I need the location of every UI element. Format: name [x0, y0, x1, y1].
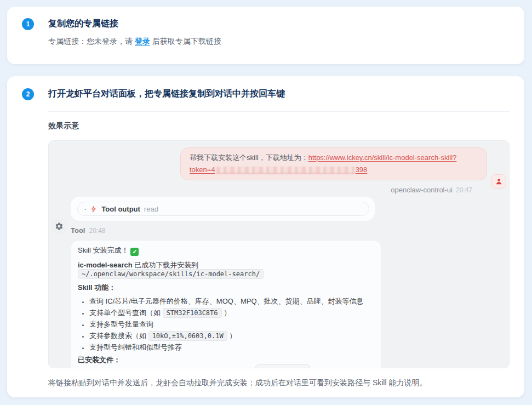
step1-number-badge: 1 [22, 18, 34, 30]
user-message-bubble: 帮我下载安装这个skill，下载地址为：https://www.ickey.cn… [180, 147, 487, 180]
install-done-line: Skill 安装完成！✓ [78, 246, 373, 256]
feature-item: 支持参数搜索（如 10kΩ,±1%,0603,0.1W ） [89, 332, 373, 340]
collapse-dot: · [84, 205, 87, 213]
step1-card: 1 复制您的专属链接 专属链接：您未登录，请 登录 后获取专属下载链接 [7, 7, 524, 64]
feature-item: 支持单个型号查询（如 STM32F103C8T6 ） [89, 309, 373, 317]
step1-body-prefix: 专属链接：您未登录，请 [48, 37, 135, 45]
tool-timestamp: 20:48 [89, 227, 105, 235]
step1-body: 专属链接：您未登录，请 登录 后获取专属下载链接 [48, 36, 510, 47]
preview-label: 效果示意 [48, 121, 510, 131]
tool-output-status: read [144, 205, 158, 213]
chat-preview-screenshot: 帮我下载安装这个skill，下载地址为：https://www.ickey.cn… [48, 140, 510, 368]
skill-install-message: Skill 安装完成！✓ ic-model-search 已成功下载并安装到 ~… [71, 240, 381, 368]
step2-number-badge: 2 [22, 88, 34, 100]
part-number-chip: STM32F103C8T6 [163, 308, 222, 318]
step2-card: 2 打开龙虾平台对话面板，把专属链接复制到对话中并按回车键 效果示意 帮我下载安… [7, 76, 524, 397]
install-path-line: ic-model-search 已成功下载并安装到 ~/.openclaw/wo… [78, 261, 373, 278]
lightning-bolt-icon [90, 206, 98, 213]
step1-title: 复制您的专属链接 [48, 18, 118, 30]
tool-settings-button [52, 219, 67, 234]
skill-download-url-line2: token=4398 [190, 164, 478, 176]
param-search-chip: 10kΩ,±1%,0603,0.1W [148, 331, 227, 341]
step2-divider [48, 111, 510, 112]
token-prefix: token=4 [190, 166, 215, 174]
cutoff-scroll-button [255, 364, 310, 368]
person-icon [495, 178, 503, 186]
step1-body-suffix: 后获取专属下载链接 [150, 37, 221, 45]
user-avatar [491, 174, 506, 189]
tool-sender-name: Tool [71, 226, 85, 235]
feature-item: 支持多型号批量查询 [89, 320, 373, 329]
check-mark-icon: ✓ [130, 248, 139, 256]
gear-icon [55, 222, 64, 231]
user-message-meta: openclaw-control-ui20:47 [391, 186, 472, 194]
login-link[interactable]: 登录 [135, 37, 150, 45]
skill-download-url-line1: https://www.ickey.cn/skill/ic-model-sear… [308, 153, 457, 162]
message-timestamp: 20:47 [456, 186, 472, 194]
install-done-text: Skill 安装完成！ [78, 246, 128, 254]
step2-title: 打开龙虾平台对话面板，把专属链接复制到对话中并按回车键 [48, 88, 285, 100]
tool-message-meta: Tool20:48 [71, 226, 106, 235]
tool-output-group: · Tool output read [71, 197, 375, 221]
step1-header: 1 复制您的专属链接 [22, 18, 510, 30]
installed-files-title: 已安装文件： [78, 356, 373, 364]
tool-output-label: Tool output [101, 205, 140, 213]
features-title: Skill 功能： [78, 283, 373, 292]
step2-caption: 将链接粘贴到对话中并发送后，龙虾会自动拉取并完成安装；成功后在对话里可看到安装路… [48, 377, 510, 388]
install-path-text: 已成功下载并安装到 [133, 261, 199, 269]
user-message-text: 帮我下载安装这个skill，下载地址为： [190, 153, 308, 162]
feature-item: 支持型号纠错和相似型号推荐 [89, 343, 373, 352]
step2-header: 2 打开龙虾平台对话面板，把专属链接复制到对话中并按回车键 [22, 88, 510, 100]
feature-list: 查询 IC/芯片/电子元器件的价格、库存、MOQ、MPQ、批次、货期、品牌、封装… [78, 297, 373, 352]
install-path-chip: ~/.openclaw/workspace/skills/ic-model-se… [78, 269, 264, 279]
feature-item: 查询 IC/芯片/电子元器件的价格、库存、MOQ、MPQ、批次、货期、品牌、封装… [89, 297, 373, 306]
tool-output-row: · Tool output read [77, 202, 369, 216]
redacted-token-blur [216, 167, 354, 174]
package-name: ic-model-search [78, 261, 133, 269]
sender-name: openclaw-control-ui [391, 186, 453, 194]
token-suffix: 398 [356, 166, 368, 174]
